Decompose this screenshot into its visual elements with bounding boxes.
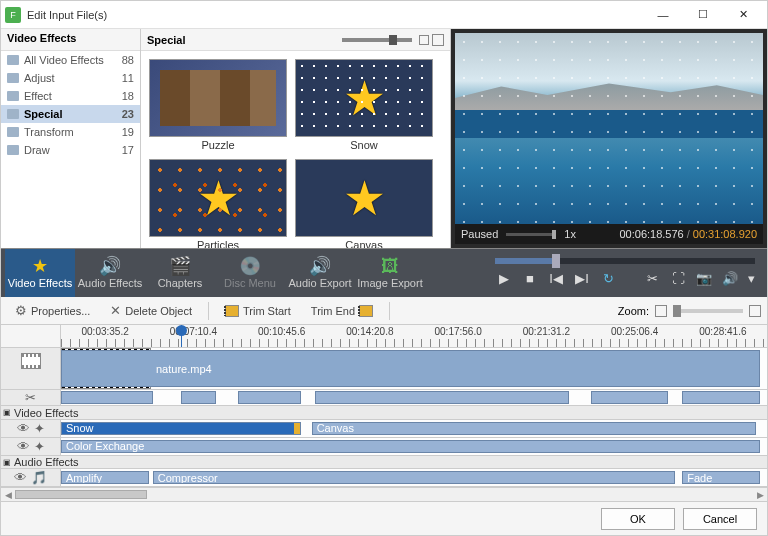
effect-clip-canvas[interactable]: Canvas	[312, 422, 757, 435]
mode-icon: 🎬	[169, 257, 191, 275]
cut-segment[interactable]	[682, 391, 760, 404]
category-item-special[interactable]: Special23	[1, 105, 140, 123]
star-box-icon[interactable]: ✦	[34, 439, 45, 454]
video-track: nature.mp4	[1, 348, 767, 390]
folder-icon	[7, 127, 19, 137]
effect-clip-snow[interactable]: Snow	[61, 422, 301, 435]
mode-toolbar: ★Video Effects🔊Audio Effects🎬Chapters💿Di…	[1, 249, 767, 297]
effect-tile-particles[interactable]: ★Particles	[149, 159, 287, 248]
close-button[interactable]: ✕	[723, 1, 763, 29]
preview-panel: Paused 1x 00:06:18.576 / 00:31:08.920	[451, 29, 767, 248]
folder-icon	[7, 73, 19, 83]
playhead[interactable]	[181, 325, 182, 347]
cut-segment[interactable]	[591, 391, 669, 404]
cut-segment[interactable]	[181, 391, 216, 404]
ruler-tick: 00:14:20.8	[346, 326, 393, 337]
video-effects-section-header[interactable]: ▣Video Effects	[1, 406, 767, 420]
snapshot-icon[interactable]: 📷	[693, 268, 715, 288]
audio-icon[interactable]: 🎵	[31, 470, 47, 485]
fullscreen-icon[interactable]: ⛶	[667, 268, 689, 288]
effect-clip-compressor[interactable]: Compressor	[153, 471, 675, 484]
audio-effect-track-content[interactable]: AmplifyCompressorFade	[61, 469, 767, 486]
category-item-adjust[interactable]: Adjust11	[1, 69, 140, 87]
grid-view-large-icon[interactable]	[432, 34, 444, 46]
cut-segment[interactable]	[61, 391, 153, 404]
cut-segment[interactable]	[238, 391, 302, 404]
ruler-tick: 00:03:35.2	[81, 326, 128, 337]
cut-segment[interactable]	[315, 391, 569, 404]
volume-icon[interactable]: 🔊	[719, 268, 741, 288]
category-item-transform[interactable]: Transform19	[1, 123, 140, 141]
next-frame-button[interactable]: ▶I	[571, 268, 593, 288]
cancel-button[interactable]: Cancel	[683, 508, 757, 530]
effect-clip-fade[interactable]: Fade	[682, 471, 760, 484]
time-separator: /	[687, 228, 690, 240]
trim-end-button[interactable]: Trim End	[303, 302, 381, 320]
effect-clip-color-exchange[interactable]: Color Exchange	[61, 440, 760, 453]
delete-icon: ✕	[110, 303, 121, 318]
audio-effects-section-header[interactable]: ▣Audio Effects	[1, 456, 767, 470]
eye-icon[interactable]: 👁	[14, 470, 27, 485]
mode-chapters[interactable]: 🎬Chapters	[145, 249, 215, 297]
eye-icon[interactable]: 👁	[17, 439, 30, 454]
gear-icon: ⚙	[15, 303, 27, 318]
ruler-tick: 00:28:41.6	[699, 326, 746, 337]
trim-start-button[interactable]: Trim Start	[217, 302, 299, 320]
video-effect-track-content[interactable]: Color Exchange	[61, 438, 767, 455]
mode-image-export[interactable]: 🖼Image Export	[355, 249, 425, 297]
ruler-tick: 00:21:31.2	[523, 326, 570, 337]
play-button[interactable]: ▶	[493, 268, 515, 288]
folder-icon	[7, 55, 19, 65]
effects-grid-heading: Special	[147, 34, 342, 46]
folder-icon	[7, 145, 19, 155]
properties-button[interactable]: ⚙Properties...	[7, 300, 98, 321]
ruler-tick: 00:10:45.6	[258, 326, 305, 337]
ruler-tick: 00:17:56.0	[434, 326, 481, 337]
audio-effect-track: 👁🎵AmplifyCompressorFade	[1, 469, 767, 487]
mode-icon: ★	[32, 257, 48, 275]
category-item-all-video-effects[interactable]: All Video Effects88	[1, 51, 140, 69]
effect-tile-canvas[interactable]: ★Canvas	[295, 159, 433, 248]
category-item-draw[interactable]: Draw17	[1, 141, 140, 159]
timeline-scrollbar[interactable]: ◀▶	[1, 487, 767, 501]
volume-menu-icon[interactable]: ▾	[745, 268, 757, 288]
preview-status-bar: Paused 1x 00:06:18.576 / 00:31:08.920	[455, 224, 763, 244]
preview-video[interactable]	[455, 33, 763, 224]
star-box-icon[interactable]: ✦	[34, 421, 45, 436]
timeline-ruler[interactable]: 00:03:35.200:07:10.400:10:45.600:14:20.8…	[1, 325, 767, 348]
effect-label: Particles	[197, 239, 239, 248]
preview-speed-slider[interactable]	[506, 233, 556, 236]
zoom-out-icon[interactable]	[655, 305, 667, 317]
prev-frame-button[interactable]: I◀	[545, 268, 567, 288]
cuts-track-content[interactable]	[61, 390, 767, 405]
delete-object-button[interactable]: ✕Delete Object	[102, 300, 200, 321]
edit-toolbar: ⚙Properties... ✕Delete Object Trim Start…	[1, 297, 767, 325]
cut-icon[interactable]: ✂	[641, 268, 663, 288]
video-clip[interactable]: nature.mp4	[61, 350, 760, 387]
video-effect-track-content[interactable]: SnowCanvas	[61, 420, 767, 437]
folder-icon	[7, 91, 19, 101]
minimize-button[interactable]: —	[643, 1, 683, 29]
effect-tile-puzzle[interactable]: ★Puzzle	[149, 59, 287, 151]
mode-audio-export[interactable]: 🔊Audio Export	[285, 249, 355, 297]
eye-icon[interactable]: 👁	[17, 421, 30, 436]
effect-tile-snow[interactable]: ★Snow	[295, 59, 433, 151]
effect-clip-amplify[interactable]: Amplify	[61, 471, 149, 484]
seek-bar[interactable]	[495, 258, 755, 264]
window-title: Edit Input File(s)	[27, 9, 107, 21]
category-item-effect[interactable]: Effect18	[1, 87, 140, 105]
maximize-button[interactable]: ☐	[683, 1, 723, 29]
mode-audio-effects[interactable]: 🔊Audio Effects	[75, 249, 145, 297]
mode-video-effects[interactable]: ★Video Effects	[5, 249, 75, 297]
thumbnail-size-slider[interactable]	[342, 38, 412, 42]
loop-button[interactable]: ↻	[597, 268, 619, 288]
zoom-fit-icon[interactable]	[749, 305, 761, 317]
video-track-content[interactable]: nature.mp4	[61, 348, 767, 389]
zoom-slider[interactable]	[673, 309, 743, 313]
stop-button[interactable]: ■	[519, 268, 541, 288]
ok-button[interactable]: OK	[601, 508, 675, 530]
effect-thumbnail: ★	[295, 59, 433, 137]
timeline: 00:03:35.200:07:10.400:10:45.600:14:20.8…	[1, 325, 767, 501]
preview-state: Paused	[461, 228, 498, 240]
grid-view-small-icon[interactable]	[419, 35, 429, 45]
